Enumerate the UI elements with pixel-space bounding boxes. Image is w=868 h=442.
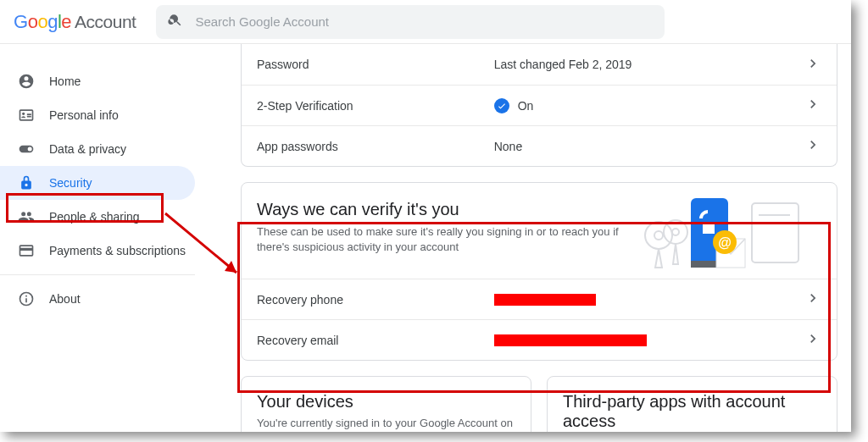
- row-label: 2-Step Verification: [257, 99, 494, 113]
- row-label: App passwords: [257, 140, 494, 153]
- row-value-redacted: [494, 334, 804, 346]
- sidebar-item-people-sharing[interactable]: People & sharing: [0, 200, 195, 234]
- app-header: Google Account: [0, 0, 851, 44]
- svg-point-6: [672, 229, 679, 235]
- redaction-bar: [494, 334, 647, 346]
- sidebar-item-personal-info[interactable]: Personal info: [0, 98, 195, 132]
- chevron-right-icon: [804, 290, 821, 309]
- sidebar: Home Personal info Data & privacy Securi…: [0, 44, 220, 432]
- sidebar-item-label: Personal info: [49, 108, 119, 122]
- row-recovery-phone[interactable]: Recovery phone: [242, 279, 837, 319]
- people-icon: [17, 207, 36, 226]
- svg-point-3: [645, 222, 672, 249]
- main-content: Password Last changed Feb 2, 2019 2-Step…: [220, 44, 851, 432]
- chevron-right-icon: [804, 136, 821, 156]
- row-value-redacted: [494, 294, 804, 306]
- row-value: None: [494, 140, 804, 153]
- verify-card: Ways we can verify it's you These can be…: [241, 182, 837, 361]
- row-label: Password: [257, 58, 494, 71]
- card-desc: You're currently signed in to your Googl…: [257, 417, 515, 429]
- sidebar-item-label: Security: [49, 176, 92, 190]
- chevron-right-icon: [804, 96, 821, 115]
- sidebar-item-data-privacy[interactable]: Data & privacy: [0, 132, 195, 166]
- chevron-right-icon: [804, 330, 821, 350]
- row-recovery-email[interactable]: Recovery email: [242, 319, 837, 360]
- info-icon: [17, 290, 36, 308]
- sidebar-item-label: Data & privacy: [49, 142, 126, 156]
- lock-icon: [17, 174, 36, 192]
- sidebar-item-security[interactable]: Security: [0, 166, 195, 200]
- sidebar-item-home[interactable]: Home: [0, 64, 195, 98]
- verify-desc: These can be used to make sure it's real…: [257, 224, 621, 255]
- redaction-bar: [494, 294, 596, 306]
- signin-card: Password Last changed Feb 2, 2019 2-Step…: [241, 44, 837, 167]
- credit-card-icon: [17, 241, 36, 260]
- person-circle-icon: [17, 72, 36, 91]
- row-value: Last changed Feb 2, 2019: [494, 58, 804, 71]
- sidebar-item-label: About: [49, 292, 81, 306]
- row-label: Recovery email: [257, 334, 494, 347]
- sidebar-item-label: Payments & subscriptions: [49, 244, 186, 257]
- sidebar-item-label: Home: [49, 75, 81, 88]
- search-bar[interactable]: [156, 5, 665, 39]
- search-icon: [168, 13, 195, 31]
- row-label: Recovery phone: [257, 293, 494, 307]
- svg-point-4: [654, 231, 663, 240]
- row-app-passwords[interactable]: App passwords None: [242, 125, 837, 166]
- google-account-logo: Google Account: [14, 11, 136, 33]
- sidebar-item-about[interactable]: About: [0, 282, 195, 316]
- third-party-apps-card[interactable]: Third-party apps with account access: [547, 376, 837, 432]
- brand-sub: Account: [75, 12, 136, 32]
- row-2step[interactable]: 2-Step Verification On: [242, 85, 837, 125]
- verify-illustration: @: [633, 195, 803, 275]
- svg-rect-0: [752, 203, 798, 262]
- sidebar-item-payments[interactable]: Payments & subscriptions: [0, 234, 195, 268]
- chevron-right-icon: [804, 55, 821, 75]
- search-input[interactable]: [195, 14, 653, 29]
- card-title: Third-party apps with account access: [563, 392, 821, 431]
- svg-text:@: @: [718, 235, 732, 250]
- toggle-icon: [17, 140, 36, 158]
- svg-point-5: [664, 220, 687, 244]
- row-password[interactable]: Password Last changed Feb 2, 2019: [242, 44, 837, 85]
- card-title: Your devices: [257, 392, 515, 412]
- row-value: On: [494, 98, 804, 113]
- sidebar-separator: [0, 274, 195, 275]
- sidebar-item-label: People & sharing: [49, 210, 140, 224]
- id-card-icon: [17, 106, 36, 124]
- check-circle-icon: [494, 98, 509, 113]
- your-devices-card[interactable]: Your devices You're currently signed in …: [241, 376, 531, 432]
